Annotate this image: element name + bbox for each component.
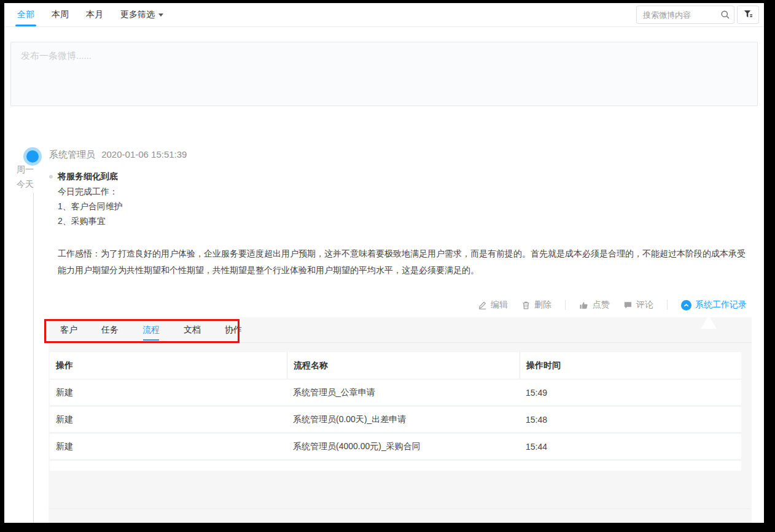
table-row[interactable]: 新建 系统管理员(0.00天)_出差申请 15:48 [50, 407, 741, 434]
composer [10, 42, 758, 106]
like-button[interactable]: 点赞 [579, 299, 610, 310]
system-records-label: 系统工作记录 [695, 299, 747, 310]
tab-this-month[interactable]: 本月 [86, 3, 103, 26]
post-body: 今日完成工作： 1、客户合同维护 2、采购事宜 [58, 184, 752, 228]
like-label: 点赞 [593, 299, 610, 310]
timeline-line [33, 193, 34, 523]
feed-post: 系统管理员 2020-01-06 15:51:39 将服务细化到底 今日完成工作… [49, 149, 752, 523]
records-panel: 客户 任务 流程 文档 协作 操作 流程名称 操作时间 新建 系统管理员_公章申… [49, 317, 752, 523]
filter-button[interactable] [737, 6, 759, 24]
tab-all[interactable]: 全部 [17, 3, 34, 26]
avatar [26, 150, 39, 163]
tab-customer[interactable]: 客户 [60, 317, 77, 342]
top-filter-bar: 全部 本周 本月 更多筛选 [4, 3, 764, 27]
bullet-dot-icon [49, 175, 53, 179]
cell-process-name: 系统管理员_公章申请 [287, 380, 520, 405]
cell-operation: 新建 [50, 380, 287, 405]
cell-operation: 新建 [50, 407, 287, 432]
column-header-operation: 操作 [50, 352, 287, 379]
composer-textarea[interactable] [10, 42, 758, 106]
tab-this-week[interactable]: 本周 [52, 3, 69, 26]
tab-document[interactable]: 文档 [184, 317, 201, 342]
weekday-label: 周一 [9, 164, 34, 175]
divider [565, 300, 566, 310]
delete-label: 删除 [534, 299, 551, 310]
system-records-toggle[interactable]: 系统工作记录 [681, 299, 747, 310]
tab-task[interactable]: 任务 [101, 317, 119, 342]
chevron-down-icon [158, 13, 163, 17]
today-label: 今天 [9, 179, 34, 190]
table-empty-footer [50, 461, 741, 471]
cell-process-name: 系统管理员(0.00天)_出差申请 [287, 407, 520, 432]
bottom-divider [49, 508, 750, 509]
post-line: 1、客户合同维护 [58, 199, 752, 214]
cell-operation-time: 15:44 [520, 434, 741, 459]
delete-button[interactable]: 删除 [521, 299, 551, 310]
author-name: 系统管理员 [49, 149, 95, 160]
tab-process[interactable]: 流程 [142, 317, 160, 342]
post-datetime: 2020-01-06 15:51:39 [101, 149, 187, 160]
post-line: 今日完成工作： [58, 184, 752, 199]
screenshot-frame: 全部 本周 本月 更多筛选 [0, 0, 775, 532]
table-row[interactable]: 新建 系统管理员_公章申请 15:49 [50, 380, 741, 407]
column-header-process-name: 流程名称 [287, 352, 520, 379]
trash-icon [521, 301, 531, 310]
thumbs-up-icon [579, 301, 589, 310]
filter-funnel-icon [744, 10, 753, 20]
search-group [636, 6, 759, 24]
process-table: 操作 流程名称 操作时间 新建 系统管理员_公章申请 15:49 新建 系统管理… [50, 352, 741, 471]
search-input[interactable] [636, 6, 734, 24]
cell-operation-time: 15:49 [520, 380, 741, 405]
pencil-icon [478, 301, 487, 310]
column-header-operation-time: 操作时间 [520, 352, 741, 379]
post-title-row: 将服务细化到底 [49, 171, 752, 182]
edit-label: 编辑 [491, 299, 508, 310]
post-summary: 工作感悟：为了打造良好的用户体验，企业服务要适度超出用户预期，这并不意味着要极致… [58, 245, 752, 279]
weibo-feed-page: 全部 本周 本月 更多筛选 [4, 3, 764, 523]
records-tabs: 客户 任务 流程 文档 协作 [49, 317, 752, 343]
more-filters-label: 更多筛选 [120, 9, 155, 20]
edit-button[interactable]: 编辑 [478, 299, 508, 310]
tab-more-filters[interactable]: 更多筛选 [120, 3, 163, 26]
panel-notch [701, 315, 717, 329]
search-box [636, 6, 734, 24]
post-line: 2、采购事宜 [58, 214, 752, 228]
table-header-row: 操作 流程名称 操作时间 [50, 352, 741, 380]
comment-label: 评论 [636, 299, 653, 310]
comment-button[interactable]: 评论 [623, 299, 653, 310]
filter-tabs: 全部 本周 本月 更多筛选 [17, 3, 163, 26]
post-action-bar: 编辑 删除 [49, 299, 752, 310]
post-header: 系统管理员 2020-01-06 15:51:39 [49, 149, 752, 161]
table-row[interactable]: 新建 系统管理员(4000.00元)_采购合同 15:44 [50, 434, 741, 461]
collapse-up-icon [681, 300, 691, 310]
search-icon[interactable] [720, 10, 730, 22]
post-title: 将服务细化到底 [58, 171, 118, 182]
cell-operation-time: 15:48 [520, 407, 741, 432]
cell-operation: 新建 [50, 434, 287, 459]
divider [667, 300, 668, 310]
cell-process-name: 系统管理员(4000.00元)_采购合同 [287, 434, 520, 459]
tab-collaboration[interactable]: 协作 [225, 317, 242, 342]
comment-icon [623, 301, 633, 310]
